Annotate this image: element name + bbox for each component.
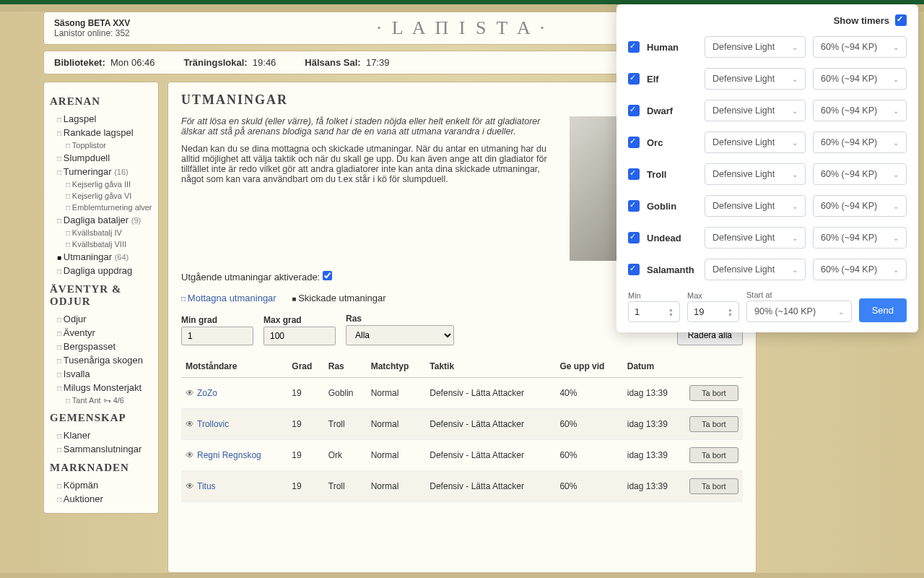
sidebar-item[interactable]: Bergspasset bbox=[50, 340, 152, 353]
race-label: Elf bbox=[647, 74, 697, 85]
tactic-select[interactable]: Defensive Light⌄ bbox=[705, 36, 806, 58]
sidebar-heading-market: MARKNADEN bbox=[50, 462, 152, 474]
giveup-select[interactable]: 60% (~94 KP)⌄ bbox=[813, 195, 907, 217]
race-checkbox[interactable] bbox=[628, 105, 640, 116]
col-grade: Grad bbox=[287, 355, 323, 378]
race-checkbox[interactable] bbox=[628, 200, 640, 212]
giveup-select[interactable]: 60% (~94 KP)⌄ bbox=[813, 259, 907, 280]
chevron-down-icon: ⌄ bbox=[893, 139, 899, 147]
giveup-select[interactable]: 60% (~94 KP)⌄ bbox=[813, 36, 907, 58]
race-checkbox[interactable] bbox=[628, 137, 640, 148]
giveup-select[interactable]: 60% (~94 KP)⌄ bbox=[813, 163, 907, 185]
sidebar-heading-adventure: ÄVENTYR & ODJUR bbox=[50, 283, 152, 308]
sidebar-item[interactable]: Odjur bbox=[50, 312, 152, 326]
race-tactic-popup: Show timers HumanDefensive Light⌄60% (~9… bbox=[616, 4, 918, 332]
chevron-down-icon: ⌄ bbox=[893, 107, 899, 115]
tactic-select[interactable]: Defensive Light⌄ bbox=[705, 195, 806, 217]
tactic-select[interactable]: Defensive Light⌄ bbox=[705, 259, 806, 280]
race-checkbox[interactable] bbox=[628, 232, 640, 243]
tab-sent[interactable]: Skickade utmaningar bbox=[292, 293, 385, 303]
tactic-select[interactable]: Defensive Light⌄ bbox=[705, 163, 806, 185]
chevron-down-icon: ⌄ bbox=[792, 234, 798, 242]
sidebar-subitem[interactable]: Tant Ant 🗝 4/6 bbox=[50, 394, 152, 406]
eye-icon[interactable]: 👁 bbox=[186, 388, 194, 398]
remove-button[interactable]: Ta bort bbox=[689, 416, 738, 432]
season-label: Säsong BETA XXV bbox=[54, 18, 130, 28]
giveup-select[interactable]: 60% (~94 KP)⌄ bbox=[813, 131, 907, 153]
online-count: 352 bbox=[116, 28, 130, 38]
opponent-link[interactable]: ZoZo bbox=[197, 388, 217, 398]
show-timers-checkbox[interactable] bbox=[895, 14, 907, 26]
tactic-select[interactable]: Defensive Light⌄ bbox=[705, 68, 806, 90]
race-checkbox[interactable] bbox=[628, 73, 640, 85]
race-label: Goblin bbox=[647, 201, 697, 212]
chevron-down-icon: ▼ bbox=[728, 312, 733, 317]
sidebar-item[interactable]: Sammanslutningar bbox=[50, 442, 152, 456]
remove-button[interactable]: Ta bort bbox=[689, 447, 738, 463]
sidebar-item[interactable]: Auktioner bbox=[50, 492, 152, 506]
online-label: Lanistor online: bbox=[54, 28, 113, 38]
sidebar-item[interactable]: Klaner bbox=[50, 428, 152, 442]
race-row: GoblinDefensive Light⌄60% (~94 KP)⌄ bbox=[628, 195, 907, 217]
sidebar-item[interactable]: Slumpduell bbox=[50, 151, 152, 165]
min-grade-input[interactable] bbox=[181, 327, 253, 345]
race-checkbox[interactable] bbox=[628, 41, 640, 53]
sidebar-item[interactable]: Köpmän bbox=[50, 478, 152, 492]
sidebar-item[interactable]: Äventyr bbox=[50, 326, 152, 340]
sidebar-item[interactable]: Milugs Monsterjakt bbox=[50, 381, 152, 394]
tab-received[interactable]: Mottagna utmaningar bbox=[181, 293, 276, 303]
eye-icon[interactable]: 👁 bbox=[186, 450, 194, 460]
opponent-link[interactable]: Regni Regnskog bbox=[197, 450, 261, 460]
chevron-down-icon: ⌄ bbox=[893, 266, 899, 274]
sidebar-item[interactable]: Lagspel bbox=[50, 112, 152, 126]
sidebar-subitem[interactable]: Kvällsbatalj VIII bbox=[50, 238, 152, 250]
popup-max-input[interactable]: 19 ▲▼ bbox=[687, 301, 739, 322]
race-filter-select[interactable]: Alla bbox=[346, 325, 454, 345]
opponent-link[interactable]: Titus bbox=[197, 481, 216, 491]
sidebar-heading-community: GEMENSKAP bbox=[50, 412, 152, 424]
max-grade-input[interactable] bbox=[263, 327, 336, 345]
race-checkbox[interactable] bbox=[628, 264, 640, 275]
sidebar-item[interactable]: Rankade lagspel bbox=[50, 126, 152, 139]
giveup-select[interactable]: 60% (~94 KP)⌄ bbox=[813, 100, 907, 121]
opponent-link[interactable]: Trollovic bbox=[197, 419, 229, 429]
popup-max-label: Max bbox=[687, 291, 739, 300]
outgoing-checkbox[interactable] bbox=[323, 271, 332, 280]
giveup-select[interactable]: 60% (~94 KP)⌄ bbox=[813, 68, 907, 90]
chevron-down-icon: ⌄ bbox=[792, 266, 798, 274]
sidebar-item[interactable]: Dagliga bataljer (9) bbox=[50, 213, 152, 227]
sidebar-item[interactable]: Tusenåriga skogen bbox=[50, 353, 152, 367]
eye-icon[interactable]: 👁 bbox=[186, 481, 194, 491]
popup-min-input[interactable]: 1 ▲▼ bbox=[628, 301, 680, 322]
tactic-select[interactable]: Defensive Light⌄ bbox=[705, 100, 806, 121]
sidebar-subitem[interactable]: Kejserlig gåva III bbox=[50, 178, 152, 190]
eye-icon[interactable]: 👁 bbox=[186, 419, 194, 429]
sidebar-subitem[interactable]: Kvällsbatalj IV bbox=[50, 227, 152, 238]
popup-start-label: Start at bbox=[746, 290, 852, 299]
timer-item: Biblioteket: Mon 06:46 bbox=[54, 57, 154, 68]
sidebar-item[interactable]: Turneringar (16) bbox=[50, 165, 152, 178]
race-label: Salamanth bbox=[647, 264, 697, 275]
sidebar-item[interactable]: Dagliga uppdrag bbox=[50, 264, 152, 277]
remove-button[interactable]: Ta bort bbox=[689, 478, 738, 494]
sidebar-item[interactable]: Isvalla bbox=[50, 367, 152, 381]
sidebar-item[interactable]: Utmaningar (64) bbox=[50, 250, 152, 264]
sidebar-subitem[interactable]: Kejserlig gåva VI bbox=[50, 190, 152, 202]
tactic-select[interactable]: Defensive Light⌄ bbox=[705, 227, 806, 249]
chevron-down-icon: ▼ bbox=[668, 312, 674, 317]
min-grade-label: Min grad bbox=[181, 315, 253, 325]
popup-start-select[interactable]: 90% (~140 KP) ⌄ bbox=[746, 301, 852, 322]
race-checkbox[interactable] bbox=[628, 168, 640, 180]
sidebar-subitem[interactable]: Topplistor bbox=[50, 139, 152, 151]
chevron-down-icon: ⌄ bbox=[792, 139, 798, 147]
tactic-select[interactable]: Defensive Light⌄ bbox=[705, 131, 806, 153]
remove-button[interactable]: Ta bort bbox=[689, 385, 738, 401]
sidebar-subitem[interactable]: Emblemturnering alver bbox=[50, 202, 152, 213]
intro-paragraph: Nedan kan du se dina mottagna och skicka… bbox=[181, 144, 555, 184]
giveup-select[interactable]: 60% (~94 KP)⌄ bbox=[813, 227, 907, 249]
send-button[interactable]: Send bbox=[859, 298, 907, 322]
col-tactic: Taktik bbox=[425, 355, 555, 378]
race-label: Troll bbox=[647, 169, 697, 180]
chevron-down-icon: ⌄ bbox=[792, 75, 798, 83]
timer-item: Träningslokal: 19:46 bbox=[183, 57, 276, 68]
